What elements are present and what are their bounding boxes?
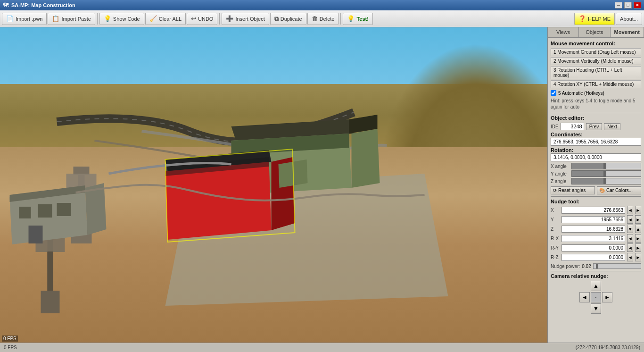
minimize-button[interactable]: ─ bbox=[615, 2, 622, 8]
tab-movement[interactable]: Movement bbox=[611, 27, 644, 37]
nudge-y-input[interactable] bbox=[561, 216, 625, 223]
coordinates-label: Coordinates: bbox=[551, 132, 641, 137]
camera-nudge-down-button[interactable]: ▼ bbox=[591, 303, 601, 314]
undo-icon: ↩ bbox=[191, 15, 196, 22]
car-colors-icon: 🎨 bbox=[599, 188, 605, 193]
mouse-option-4[interactable]: 4 Rotation XY (CTRL + Middle mouse) bbox=[551, 80, 641, 88]
nudge-y-left-button[interactable]: ◄ bbox=[627, 215, 633, 224]
show-code-icon: 💡 bbox=[104, 15, 111, 22]
scene: 0 FPS bbox=[0, 27, 547, 343]
nudge-ry-right-button[interactable]: ► bbox=[635, 243, 641, 252]
help-icon: ❓ bbox=[578, 15, 586, 22]
duplicate-button[interactable]: ⧉ Duplicate bbox=[270, 13, 306, 25]
nudge-rx-input[interactable] bbox=[561, 235, 625, 242]
show-code-button[interactable]: 💡 Show Code bbox=[99, 13, 144, 25]
viewport[interactable]: 0 FPS bbox=[0, 27, 547, 343]
nudge-power-label: Nudge power: bbox=[551, 264, 580, 269]
insert-object-icon: ➕ bbox=[226, 15, 233, 22]
nudge-x-left-button[interactable]: ◄ bbox=[627, 206, 633, 214]
x-angle-row: X angle bbox=[551, 163, 641, 169]
toolbar-sep-3 bbox=[340, 13, 341, 25]
y-angle-slider[interactable] bbox=[571, 170, 641, 177]
mouse-movement-label: Mouse movement control: bbox=[551, 41, 641, 46]
x-angle-label: X angle bbox=[551, 164, 570, 169]
close-button[interactable]: ✕ bbox=[634, 2, 641, 8]
next-button[interactable]: Next bbox=[604, 123, 620, 130]
nudge-rz-label: R-Z bbox=[551, 255, 560, 260]
nudge-ry-input[interactable] bbox=[561, 244, 625, 251]
nudge-rz-input[interactable] bbox=[561, 254, 625, 261]
reset-angles-button[interactable]: ⟳ Reset angles bbox=[551, 186, 595, 194]
undo-button[interactable]: ↩ UNDO bbox=[187, 13, 217, 25]
nudge-rx-left-button[interactable]: ◄ bbox=[627, 234, 633, 243]
nudge-power-row: Nudge power: 0.02 bbox=[551, 263, 641, 269]
divider-2 bbox=[551, 196, 641, 197]
hint-text: Hint: press keys 1-4 to togle mode and 5… bbox=[551, 98, 641, 110]
nudge-y-label: Y bbox=[551, 217, 560, 222]
divider-1 bbox=[551, 113, 641, 113]
nudge-z-down-button[interactable]: ▼ bbox=[627, 225, 633, 233]
right-panel: Views Objects Movement Mouse movement co… bbox=[547, 27, 644, 343]
titlebar: 🗺 SA-MP: Map Construction ─ □ ✕ bbox=[0, 0, 644, 10]
camera-nudge-up-button[interactable]: ▲ bbox=[591, 281, 601, 291]
nudge-z-label: Z bbox=[551, 226, 560, 232]
camera-nudge-right-button[interactable]: ► bbox=[602, 292, 612, 302]
object-editor-row: IDE Prev Next bbox=[551, 123, 641, 130]
import-pwn-button[interactable]: 📄 Import .pwn bbox=[2, 13, 47, 25]
ground bbox=[0, 147, 547, 343]
nudge-power-slider[interactable] bbox=[593, 263, 641, 269]
mouse-option-3[interactable]: 3 Rotation Heading (CTRL + Left mouse) bbox=[551, 66, 641, 79]
nudge-ry-label: R-Y bbox=[551, 245, 560, 251]
nudge-z-up-button[interactable]: ▲ bbox=[635, 225, 641, 233]
nudge-z-input[interactable] bbox=[561, 226, 625, 233]
coordinates-value: 276.6563, 1955.7656, 16.6328 bbox=[551, 138, 641, 146]
fps-display: 0 FPS bbox=[2, 335, 18, 342]
divider-3 bbox=[551, 271, 641, 271]
nudge-rz-right-button[interactable]: ► bbox=[635, 253, 641, 261]
help-button[interactable]: ❓ HELP ME bbox=[574, 13, 615, 25]
test-icon: 💡 bbox=[347, 15, 355, 22]
delete-button[interactable]: 🗑 Delete bbox=[307, 13, 339, 25]
panel-tabs: Views Objects Movement bbox=[548, 27, 644, 38]
clear-all-button[interactable]: 🧹 Clear ALL bbox=[145, 13, 186, 25]
nudge-power-value: 0.02 bbox=[582, 264, 591, 269]
y-angle-row: Y angle bbox=[551, 170, 641, 177]
nudge-z-row: Z ▼ ▲ bbox=[551, 225, 641, 233]
camera-nudge-top-row: ▲ bbox=[591, 281, 601, 291]
reset-row: ⟳ Reset angles 🎨 Car Colors... bbox=[551, 186, 641, 194]
test-button[interactable]: 💡 Test! bbox=[343, 13, 372, 25]
mouse-option-2[interactable]: 2 Movement Vertically (Middle mouse) bbox=[551, 57, 641, 65]
fps-status: 0 FPS bbox=[4, 345, 17, 350]
insert-object-button[interactable]: ➕ Insert Object bbox=[222, 13, 269, 25]
duplicate-icon: ⧉ bbox=[274, 15, 279, 23]
nudge-rx-label: R-X bbox=[551, 236, 560, 241]
z-angle-label: Z angle bbox=[551, 179, 570, 184]
nudge-x-input[interactable] bbox=[561, 207, 625, 214]
nudge-rz-row: R-Z ◄ ► bbox=[551, 253, 641, 261]
maximize-button[interactable]: □ bbox=[624, 2, 632, 8]
nudge-rx-right-button[interactable]: ► bbox=[635, 234, 641, 243]
nudge-x-right-button[interactable]: ► bbox=[635, 206, 641, 214]
about-button[interactable]: About... bbox=[616, 13, 642, 25]
z-angle-slider[interactable] bbox=[571, 178, 641, 184]
tab-views[interactable]: Views bbox=[548, 27, 579, 37]
mouse-option-1-text: 1 Movement Ground (Drag Left mouse) bbox=[553, 50, 636, 55]
camera-nudge-left-button[interactable]: ◄ bbox=[579, 292, 590, 302]
auto-checkbox[interactable] bbox=[551, 90, 556, 96]
car-colors-button[interactable]: 🎨 Car Colors... bbox=[597, 186, 641, 194]
nudge-y-row: Y ◄ ► bbox=[551, 215, 641, 224]
camera-nudge-center-button[interactable]: · bbox=[591, 292, 601, 302]
ide-input[interactable] bbox=[561, 123, 584, 130]
statusbar: 0 FPS (272.4778 1945.7083 23.8129) bbox=[0, 343, 644, 352]
nudge-rz-left-button[interactable]: ◄ bbox=[627, 253, 633, 261]
prev-button[interactable]: Prev bbox=[586, 123, 603, 130]
mouse-option-1[interactable]: 1 Movement Ground (Drag Left mouse) bbox=[551, 48, 641, 56]
nudge-ry-left-button[interactable]: ◄ bbox=[627, 243, 633, 252]
nudge-y-right-button[interactable]: ► bbox=[635, 215, 641, 224]
tab-objects[interactable]: Objects bbox=[579, 27, 610, 37]
import-pwn-icon: 📄 bbox=[6, 15, 14, 22]
panel-content: Mouse movement control: 1 Movement Groun… bbox=[548, 38, 644, 343]
import-paste-button[interactable]: 📋 Import Paste bbox=[48, 13, 95, 25]
x-angle-slider[interactable] bbox=[571, 163, 641, 169]
reset-angles-icon: ⟳ bbox=[553, 188, 557, 193]
